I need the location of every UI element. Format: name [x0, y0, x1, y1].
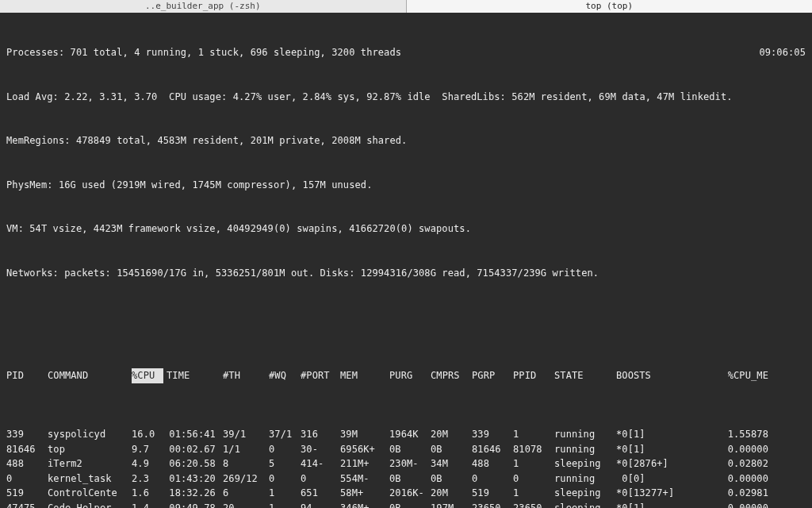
- cell-th: 39/1: [223, 427, 269, 442]
- cell-cpu: 2.3: [132, 471, 163, 487]
- cell-wq: 37/1: [269, 427, 301, 442]
- cell-command: kernel_task: [48, 471, 132, 487]
- cell-cpume: 0.00000: [713, 442, 768, 457]
- cell-cmprs: 197M: [431, 501, 472, 509]
- cell-command: syspolicyd: [48, 427, 132, 442]
- cell-command: iTerm2: [48, 456, 132, 471]
- cell-cmprs: 20M: [431, 486, 472, 501]
- cell-ppid: 1: [513, 486, 554, 501]
- process-row: 81646top9.7 00:02.671/1030-6956K+0B0B816…: [6, 442, 806, 457]
- cell-cpu: 9.7: [132, 442, 163, 457]
- summary-vm: VM: 54T vsize, 4423M framework vsize, 40…: [6, 221, 806, 237]
- cell-time: 01:43:20: [163, 471, 223, 487]
- cell-cpu: 4.9: [132, 456, 163, 471]
- cell-th: 20: [223, 501, 269, 509]
- cell-cpu: 1.4: [132, 501, 163, 509]
- cell-command: top: [48, 442, 132, 457]
- cell-pgrp: 81646: [472, 442, 513, 457]
- cell-mem: 58M+: [340, 486, 389, 501]
- summary-load: Load Avg: 2.22, 3.31, 3.70 CPU usage: 4.…: [6, 90, 806, 105]
- tab-zsh[interactable]: ..e_builder_app (-zsh): [0, 0, 407, 13]
- cell-purg: 230M-: [389, 456, 431, 471]
- cell-state: running: [554, 471, 616, 487]
- summary-physmem: PhysMem: 16G used (2919M wired, 1745M co…: [6, 178, 806, 193]
- cell-state: sleeping: [554, 486, 616, 501]
- process-row: 519ControlCente1.6 18:32.266165158M+2016…: [6, 486, 806, 501]
- cell-mem: 211M+: [340, 456, 389, 471]
- col-boosts: BOOSTS: [616, 368, 713, 383]
- cell-port: 94: [301, 501, 340, 509]
- col-purg: PURG: [389, 368, 431, 383]
- cell-state: sleeping: [554, 456, 616, 471]
- tab-top[interactable]: top (top): [407, 0, 813, 13]
- col-cpu: %CPU: [132, 368, 163, 383]
- cell-wq: 1: [269, 486, 301, 501]
- cell-th: 8: [223, 456, 269, 471]
- cell-cmprs: 20M: [431, 427, 472, 442]
- cell-purg: 2016K-: [389, 486, 431, 501]
- col-cpume: %CPU_ME: [713, 368, 768, 383]
- process-row: 47475Code Helper1.4 09:49.7820194346M+0B…: [6, 501, 806, 509]
- cell-command: Code Helper: [48, 501, 132, 509]
- col-command: COMMAND: [48, 368, 132, 383]
- cell-purg: 0B: [389, 442, 431, 457]
- col-port: #PORT: [301, 368, 340, 383]
- cell-th: 1/1: [223, 442, 269, 457]
- cell-cpume: 1.55878: [713, 427, 768, 442]
- cell-pgrp: 23650: [472, 501, 513, 509]
- cell-pgrp: 488: [472, 456, 513, 471]
- cell-time: 18:32.26: [163, 486, 223, 501]
- cell-time: 09:49.78: [163, 501, 223, 509]
- cell-state: sleeping: [554, 501, 616, 509]
- cell-time: 01:56:41: [163, 427, 223, 442]
- cell-port: 30-: [301, 442, 340, 457]
- cell-boosts: 0[0]: [616, 471, 713, 487]
- terminal-tabs: ..e_builder_app (-zsh) top (top): [0, 0, 812, 13]
- cell-port: 414-: [301, 456, 340, 471]
- cell-wq: 5: [269, 456, 301, 471]
- cell-boosts: *0[1]: [616, 442, 713, 457]
- col-state: STATE: [554, 368, 616, 383]
- cell-boosts: *0[2876+]: [616, 456, 713, 471]
- cell-ppid: 1: [513, 456, 554, 471]
- col-th: #TH: [223, 368, 269, 383]
- cell-cmprs: 34M: [431, 456, 472, 471]
- cell-pgrp: 519: [472, 486, 513, 501]
- cell-cpume: 0.00000: [713, 501, 768, 509]
- cell-pid: 47475: [6, 501, 48, 509]
- terminal-output: Processes: 701 total, 4 running, 1 stuck…: [0, 13, 812, 508]
- cell-ppid: 23650: [513, 501, 554, 509]
- cell-state: running: [554, 427, 616, 442]
- cell-ppid: 81078: [513, 442, 554, 457]
- cell-cpu: 1.6: [132, 486, 163, 501]
- cell-th: 6: [223, 486, 269, 501]
- cell-pid: 488: [6, 456, 48, 471]
- clock: 09:06:05: [759, 45, 806, 60]
- process-row: 488iTerm24.9 06:20.5885414-211M+230M-34M…: [6, 456, 806, 471]
- cell-pid: 519: [6, 486, 48, 501]
- cell-boosts: *0[1]: [616, 427, 713, 442]
- col-wq: #WQ: [269, 368, 301, 383]
- cell-time: 00:02.67: [163, 442, 223, 457]
- cell-wq: 1: [269, 501, 301, 509]
- cell-command: ControlCente: [48, 486, 132, 501]
- cell-cpume: 0.02802: [713, 456, 768, 471]
- cell-cmprs: 0B: [431, 442, 472, 457]
- cell-pgrp: 0: [472, 471, 513, 487]
- cell-wq: 0: [269, 471, 301, 487]
- cell-boosts: *0[13277+]: [616, 486, 713, 501]
- summary-networks: Networks: packets: 15451690/17G in, 5336…: [6, 266, 806, 281]
- cell-boosts: *0[1]: [616, 501, 713, 509]
- process-row: 0kernel_task2.3 01:43:20269/1200554M-0B0…: [6, 471, 806, 487]
- col-pgrp: PGRP: [472, 368, 513, 383]
- cell-pid: 0: [6, 471, 48, 487]
- col-pid: PID: [6, 368, 48, 383]
- cell-cpu: 16.0: [132, 427, 163, 442]
- col-mem: MEM: [340, 368, 389, 383]
- cell-purg: 1964K: [389, 427, 431, 442]
- col-ppid: PPID: [513, 368, 554, 383]
- cell-port: 0: [301, 471, 340, 487]
- cell-cpume: 0.00000: [713, 471, 768, 487]
- cell-purg: 0B: [389, 471, 431, 487]
- col-time: TIME: [163, 368, 223, 383]
